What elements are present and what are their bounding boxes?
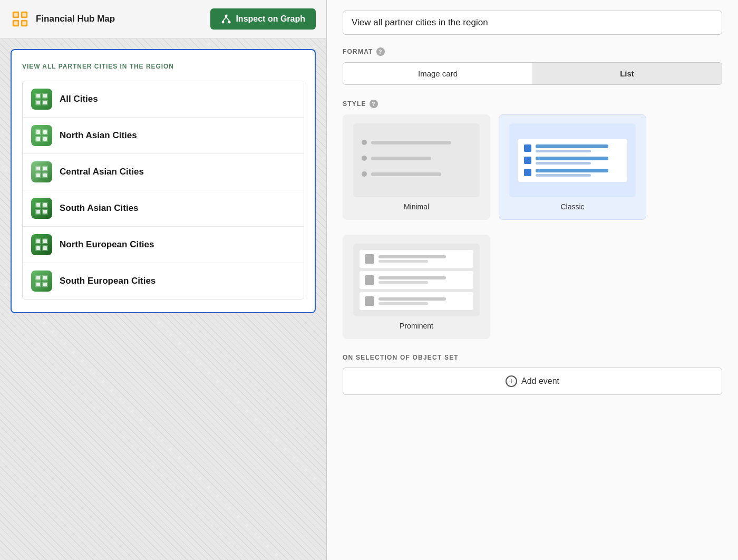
svg-rect-18 bbox=[43, 94, 47, 98]
style-help-icon[interactable]: ? bbox=[370, 100, 378, 108]
svg-rect-26 bbox=[43, 130, 47, 134]
list-item[interactable]: North European Cities bbox=[23, 227, 304, 263]
city-icon-south-european bbox=[31, 271, 52, 292]
svg-rect-17 bbox=[36, 94, 40, 98]
list-item[interactable]: Central Asian Cities bbox=[23, 154, 304, 190]
svg-rect-35 bbox=[36, 173, 40, 177]
minimal-style-label: Minimal bbox=[404, 202, 429, 211]
app-title: Financial Hub Map bbox=[36, 14, 115, 24]
svg-rect-7 bbox=[22, 21, 26, 25]
add-event-button[interactable]: + Add event bbox=[343, 368, 722, 395]
format-toggle: Image card List bbox=[343, 62, 722, 85]
svg-rect-19 bbox=[36, 101, 40, 104]
svg-line-12 bbox=[226, 17, 229, 21]
svg-rect-36 bbox=[43, 173, 47, 177]
south-european-cities-label: South European Cities bbox=[60, 276, 156, 286]
prominent-preview bbox=[353, 244, 480, 316]
all-cities-label: All Cities bbox=[60, 94, 98, 104]
minimal-dot bbox=[362, 171, 367, 177]
svg-point-10 bbox=[228, 21, 231, 24]
main-card: View all partner cities in the region bbox=[11, 49, 316, 313]
city-icon-all bbox=[31, 89, 52, 110]
city-icon-south-asian bbox=[31, 198, 52, 219]
central-asian-cities-label: Central Asian Cities bbox=[60, 167, 144, 177]
svg-rect-41 bbox=[36, 203, 40, 207]
classic-row bbox=[524, 157, 621, 165]
style-option-minimal[interactable]: Minimal bbox=[343, 114, 490, 220]
inspect-icon bbox=[221, 14, 231, 24]
svg-point-8 bbox=[225, 15, 228, 17]
svg-rect-34 bbox=[43, 167, 47, 170]
city-icon-north-asian bbox=[31, 125, 52, 146]
style-section-label: STYLE ? bbox=[343, 100, 722, 108]
prominent-card-row bbox=[360, 271, 473, 289]
inspect-on-graph-button[interactable]: Inspect on Graph bbox=[210, 8, 316, 30]
minimal-row bbox=[362, 171, 471, 177]
app-icon bbox=[11, 9, 30, 28]
svg-rect-60 bbox=[43, 283, 47, 286]
minimal-dot bbox=[362, 140, 367, 145]
left-panel: Financial Hub Map Inspect on Graph View … bbox=[0, 0, 327, 560]
svg-rect-59 bbox=[36, 283, 40, 286]
svg-rect-57 bbox=[36, 276, 40, 279]
minimal-row bbox=[362, 156, 471, 161]
svg-point-9 bbox=[222, 21, 225, 24]
prominent-card-row bbox=[360, 292, 473, 310]
card-title: View all partner cities in the region bbox=[22, 63, 304, 70]
svg-rect-43 bbox=[36, 210, 40, 214]
south-asian-cities-label: South Asian Cities bbox=[60, 203, 139, 214]
classic-row bbox=[524, 169, 621, 177]
svg-rect-25 bbox=[36, 130, 40, 134]
format-image-card-button[interactable]: Image card bbox=[343, 63, 532, 84]
top-bar: Financial Hub Map Inspect on Graph bbox=[0, 0, 326, 38]
prominent-card-row bbox=[360, 250, 473, 268]
title-input[interactable] bbox=[343, 11, 722, 35]
svg-rect-49 bbox=[36, 239, 40, 243]
north-asian-cities-label: North Asian Cities bbox=[60, 130, 137, 141]
city-icon-central-asian bbox=[31, 161, 52, 182]
svg-rect-20 bbox=[43, 101, 47, 104]
svg-rect-28 bbox=[43, 137, 47, 141]
list-item[interactable]: All Cities bbox=[23, 81, 304, 118]
format-section-label: FORMAT ? bbox=[343, 47, 722, 56]
svg-rect-33 bbox=[36, 167, 40, 170]
inspect-btn-label: Inspect on Graph bbox=[236, 14, 305, 24]
format-help-icon[interactable]: ? bbox=[376, 47, 385, 56]
svg-line-11 bbox=[223, 17, 226, 21]
add-event-label: Add event bbox=[521, 376, 559, 386]
classic-preview bbox=[509, 123, 636, 197]
list-item[interactable]: South European Cities bbox=[23, 263, 304, 299]
svg-rect-42 bbox=[43, 203, 47, 207]
style-option-prominent[interactable]: Prominent bbox=[343, 235, 490, 339]
minimal-dot bbox=[362, 156, 367, 161]
svg-rect-4 bbox=[14, 13, 17, 16]
svg-rect-27 bbox=[36, 137, 40, 141]
list-item[interactable]: North Asian Cities bbox=[23, 118, 304, 154]
city-icon-north-european bbox=[31, 234, 52, 255]
style-options-grid: Minimal bbox=[343, 114, 722, 220]
plus-circle-icon: + bbox=[506, 375, 517, 387]
right-panel: FORMAT ? Image card List STYLE ? bbox=[327, 0, 738, 560]
svg-rect-50 bbox=[43, 239, 47, 243]
classic-style-label: Classic bbox=[560, 202, 584, 211]
svg-rect-58 bbox=[43, 276, 47, 279]
svg-rect-44 bbox=[43, 210, 47, 214]
classic-row bbox=[524, 144, 621, 152]
minimal-row bbox=[362, 140, 471, 145]
on-selection-label: ON SELECTION OF OBJECT SET bbox=[343, 354, 722, 361]
svg-rect-6 bbox=[14, 21, 17, 25]
city-list: All Cities bbox=[22, 81, 304, 300]
format-list-button[interactable]: List bbox=[532, 63, 722, 84]
svg-rect-5 bbox=[22, 13, 26, 16]
minimal-preview bbox=[353, 123, 480, 197]
list-item[interactable]: South Asian Cities bbox=[23, 190, 304, 227]
north-european-cities-label: North European Cities bbox=[60, 239, 154, 250]
svg-rect-52 bbox=[43, 246, 47, 250]
svg-rect-51 bbox=[36, 246, 40, 250]
style-option-classic[interactable]: Classic bbox=[499, 114, 646, 220]
left-content: View all partner cities in the region bbox=[0, 38, 326, 560]
prominent-style-label: Prominent bbox=[400, 322, 433, 330]
